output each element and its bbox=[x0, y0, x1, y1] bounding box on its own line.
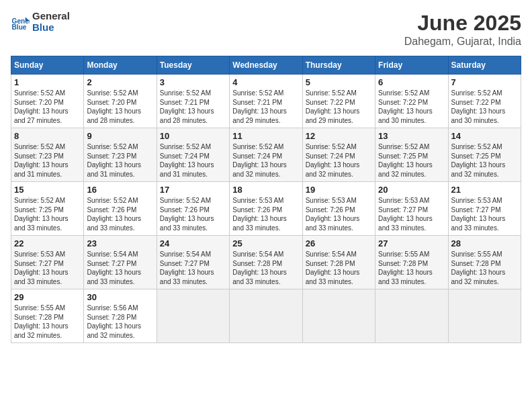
calendar-cell: 4Sunrise: 5:52 AM Sunset: 7:21 PM Daylig… bbox=[230, 75, 302, 128]
day-info: Sunrise: 5:52 AM Sunset: 7:25 PM Dayligh… bbox=[451, 142, 518, 179]
day-number: 2 bbox=[87, 77, 153, 87]
calendar-cell: 3Sunrise: 5:52 AM Sunset: 7:21 PM Daylig… bbox=[157, 75, 229, 128]
day-number: 17 bbox=[160, 185, 226, 195]
day-info: Sunrise: 5:52 AM Sunset: 7:21 PM Dayligh… bbox=[160, 89, 226, 125]
day-info: Sunrise: 5:52 AM Sunset: 7:20 PM Dayligh… bbox=[87, 89, 153, 125]
day-info: Sunrise: 5:52 AM Sunset: 7:22 PM Dayligh… bbox=[306, 89, 372, 125]
day-info: Sunrise: 5:56 AM Sunset: 7:28 PM Dayligh… bbox=[87, 304, 153, 340]
calendar-cell: 2Sunrise: 5:52 AM Sunset: 7:20 PM Daylig… bbox=[84, 75, 157, 128]
calendar-cell: 16Sunrise: 5:52 AM Sunset: 7:26 PM Dayli… bbox=[84, 182, 157, 236]
calendar-cell bbox=[302, 289, 375, 343]
day-header-monday: Monday bbox=[84, 56, 157, 75]
calendar-cell: 8Sunrise: 5:52 AM Sunset: 7:23 PM Daylig… bbox=[11, 128, 84, 182]
day-info: Sunrise: 5:54 AM Sunset: 7:27 PM Dayligh… bbox=[160, 250, 226, 286]
calendar-cell: 15Sunrise: 5:52 AM Sunset: 7:25 PM Dayli… bbox=[11, 182, 84, 236]
calendar-cell: 12Sunrise: 5:52 AM Sunset: 7:24 PM Dayli… bbox=[302, 128, 375, 182]
calendar-cell: 23Sunrise: 5:54 AM Sunset: 7:27 PM Dayli… bbox=[84, 236, 157, 289]
calendar-cell bbox=[448, 289, 521, 343]
day-info: Sunrise: 5:52 AM Sunset: 7:25 PM Dayligh… bbox=[378, 142, 445, 179]
calendar-cell: 10Sunrise: 5:52 AM Sunset: 7:24 PM Dayli… bbox=[157, 128, 229, 182]
day-number: 27 bbox=[378, 238, 445, 248]
day-number: 4 bbox=[232, 77, 299, 87]
calendar-cell: 6Sunrise: 5:52 AM Sunset: 7:22 PM Daylig… bbox=[375, 75, 448, 128]
day-number: 6 bbox=[378, 77, 445, 87]
day-number: 16 bbox=[87, 185, 153, 195]
day-info: Sunrise: 5:53 AM Sunset: 7:27 PM Dayligh… bbox=[14, 250, 81, 286]
calendar-cell: 17Sunrise: 5:52 AM Sunset: 7:26 PM Dayli… bbox=[157, 182, 229, 236]
day-number: 1 bbox=[14, 77, 81, 87]
calendar-cell: 24Sunrise: 5:54 AM Sunset: 7:27 PM Dayli… bbox=[157, 236, 229, 289]
logo-icon: General Blue bbox=[11, 13, 30, 32]
day-info: Sunrise: 5:52 AM Sunset: 7:21 PM Dayligh… bbox=[232, 89, 299, 125]
calendar-cell bbox=[375, 289, 448, 343]
calendar-cell: 27Sunrise: 5:55 AM Sunset: 7:28 PM Dayli… bbox=[375, 236, 448, 289]
day-header-sunday: Sunday bbox=[11, 56, 84, 75]
day-info: Sunrise: 5:53 AM Sunset: 7:26 PM Dayligh… bbox=[232, 196, 299, 232]
calendar-table: SundayMondayTuesdayWednesdayThursdayFrid… bbox=[11, 56, 521, 343]
day-info: Sunrise: 5:54 AM Sunset: 7:28 PM Dayligh… bbox=[306, 250, 372, 286]
calendar-cell: 25Sunrise: 5:54 AM Sunset: 7:28 PM Dayli… bbox=[230, 236, 302, 289]
day-info: Sunrise: 5:52 AM Sunset: 7:23 PM Dayligh… bbox=[14, 142, 81, 179]
day-info: Sunrise: 5:52 AM Sunset: 7:24 PM Dayligh… bbox=[306, 142, 372, 179]
calendar-cell: 22Sunrise: 5:53 AM Sunset: 7:27 PM Dayli… bbox=[11, 236, 84, 289]
day-info: Sunrise: 5:55 AM Sunset: 7:28 PM Dayligh… bbox=[378, 250, 445, 286]
calendar-cell: 7Sunrise: 5:52 AM Sunset: 7:22 PM Daylig… bbox=[448, 75, 521, 128]
day-number: 7 bbox=[451, 77, 518, 87]
day-info: Sunrise: 5:55 AM Sunset: 7:28 PM Dayligh… bbox=[14, 304, 81, 340]
calendar-cell: 13Sunrise: 5:52 AM Sunset: 7:25 PM Dayli… bbox=[375, 128, 448, 182]
day-number: 29 bbox=[14, 292, 81, 302]
day-number: 20 bbox=[378, 185, 445, 195]
day-number: 9 bbox=[87, 131, 153, 141]
calendar-cell: 14Sunrise: 5:52 AM Sunset: 7:25 PM Dayli… bbox=[448, 128, 521, 182]
day-number: 22 bbox=[14, 238, 81, 248]
week-row-3: 15Sunrise: 5:52 AM Sunset: 7:25 PM Dayli… bbox=[11, 182, 521, 236]
day-number: 3 bbox=[160, 77, 226, 87]
day-number: 15 bbox=[14, 185, 81, 195]
calendar-cell: 11Sunrise: 5:52 AM Sunset: 7:24 PM Dayli… bbox=[230, 128, 302, 182]
calendar-cell bbox=[157, 289, 229, 343]
week-row-5: 29Sunrise: 5:55 AM Sunset: 7:28 PM Dayli… bbox=[11, 289, 521, 343]
svg-text:Blue: Blue bbox=[12, 23, 27, 30]
week-row-2: 8Sunrise: 5:52 AM Sunset: 7:23 PM Daylig… bbox=[11, 128, 521, 182]
calendar-subtitle: Dahegam, Gujarat, India bbox=[404, 36, 521, 48]
calendar-cell: 28Sunrise: 5:55 AM Sunset: 7:28 PM Dayli… bbox=[448, 236, 521, 289]
day-number: 28 bbox=[451, 238, 518, 248]
title-area: June 2025 Dahegam, Gujarat, India bbox=[404, 11, 521, 48]
day-header-tuesday: Tuesday bbox=[157, 56, 229, 75]
day-number: 14 bbox=[451, 131, 518, 141]
day-number: 11 bbox=[232, 131, 299, 141]
day-number: 8 bbox=[14, 131, 81, 141]
day-number: 5 bbox=[306, 77, 372, 87]
day-info: Sunrise: 5:52 AM Sunset: 7:26 PM Dayligh… bbox=[160, 196, 226, 232]
logo-line1: General bbox=[32, 11, 70, 22]
calendar-header-row: SundayMondayTuesdayWednesdayThursdayFrid… bbox=[11, 56, 521, 75]
day-header-saturday: Saturday bbox=[448, 56, 521, 75]
week-row-1: 1Sunrise: 5:52 AM Sunset: 7:20 PM Daylig… bbox=[11, 75, 521, 128]
calendar-cell: 20Sunrise: 5:53 AM Sunset: 7:27 PM Dayli… bbox=[375, 182, 448, 236]
calendar-cell: 26Sunrise: 5:54 AM Sunset: 7:28 PM Dayli… bbox=[302, 236, 375, 289]
day-info: Sunrise: 5:53 AM Sunset: 7:26 PM Dayligh… bbox=[306, 196, 372, 232]
calendar-title: June 2025 bbox=[404, 11, 521, 36]
day-info: Sunrise: 5:52 AM Sunset: 7:22 PM Dayligh… bbox=[378, 89, 445, 125]
day-number: 18 bbox=[232, 185, 299, 195]
day-info: Sunrise: 5:52 AM Sunset: 7:24 PM Dayligh… bbox=[232, 142, 299, 179]
day-number: 30 bbox=[87, 292, 153, 302]
day-header-thursday: Thursday bbox=[302, 56, 375, 75]
calendar-cell: 29Sunrise: 5:55 AM Sunset: 7:28 PM Dayli… bbox=[11, 289, 84, 343]
logo: General Blue General Blue bbox=[11, 11, 70, 33]
day-info: Sunrise: 5:54 AM Sunset: 7:28 PM Dayligh… bbox=[232, 250, 299, 286]
calendar-cell: 5Sunrise: 5:52 AM Sunset: 7:22 PM Daylig… bbox=[302, 75, 375, 128]
day-info: Sunrise: 5:53 AM Sunset: 7:27 PM Dayligh… bbox=[378, 196, 445, 232]
day-number: 23 bbox=[87, 238, 153, 248]
day-number: 10 bbox=[160, 131, 226, 141]
day-info: Sunrise: 5:55 AM Sunset: 7:28 PM Dayligh… bbox=[451, 250, 518, 286]
day-info: Sunrise: 5:52 AM Sunset: 7:26 PM Dayligh… bbox=[87, 196, 153, 232]
week-row-4: 22Sunrise: 5:53 AM Sunset: 7:27 PM Dayli… bbox=[11, 236, 521, 289]
calendar-cell: 19Sunrise: 5:53 AM Sunset: 7:26 PM Dayli… bbox=[302, 182, 375, 236]
calendar-cell: 18Sunrise: 5:53 AM Sunset: 7:26 PM Dayli… bbox=[230, 182, 302, 236]
day-info: Sunrise: 5:54 AM Sunset: 7:27 PM Dayligh… bbox=[87, 250, 153, 286]
calendar-cell: 9Sunrise: 5:52 AM Sunset: 7:23 PM Daylig… bbox=[84, 128, 157, 182]
calendar-cell bbox=[230, 289, 302, 343]
day-number: 12 bbox=[306, 131, 372, 141]
day-header-friday: Friday bbox=[375, 56, 448, 75]
